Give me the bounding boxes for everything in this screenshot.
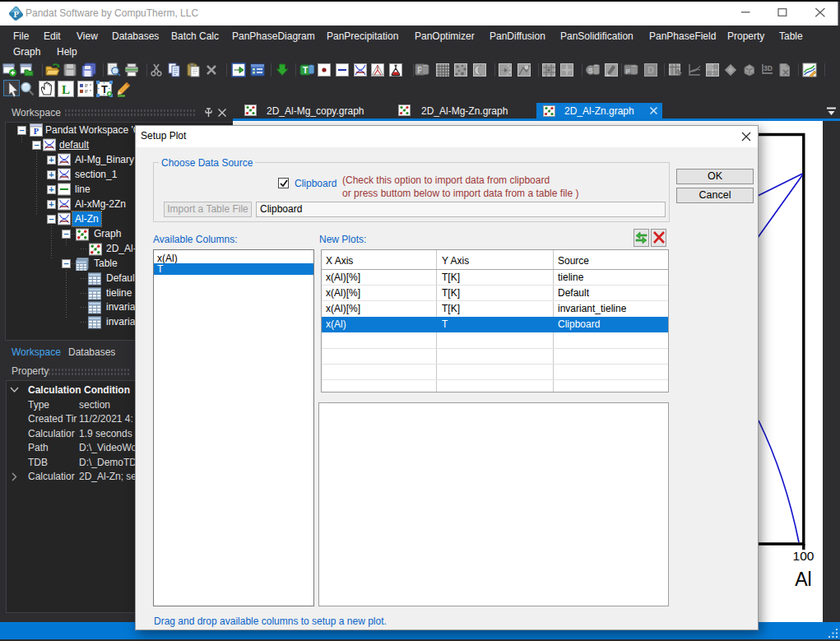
svg-text:L: L [62, 83, 70, 96]
svg-text:T: T [302, 65, 308, 75]
svg-text:P: P [13, 10, 19, 19]
svg-text:3D: 3D [763, 64, 773, 72]
svg-text:D: D [647, 65, 654, 75]
svg-text:P: P [34, 127, 39, 136]
svg-text:T: T [101, 83, 108, 95]
svg-text:Al: Al [795, 569, 811, 590]
svg-text:S: S [588, 67, 593, 75]
svg-text:100: 100 [793, 549, 814, 563]
